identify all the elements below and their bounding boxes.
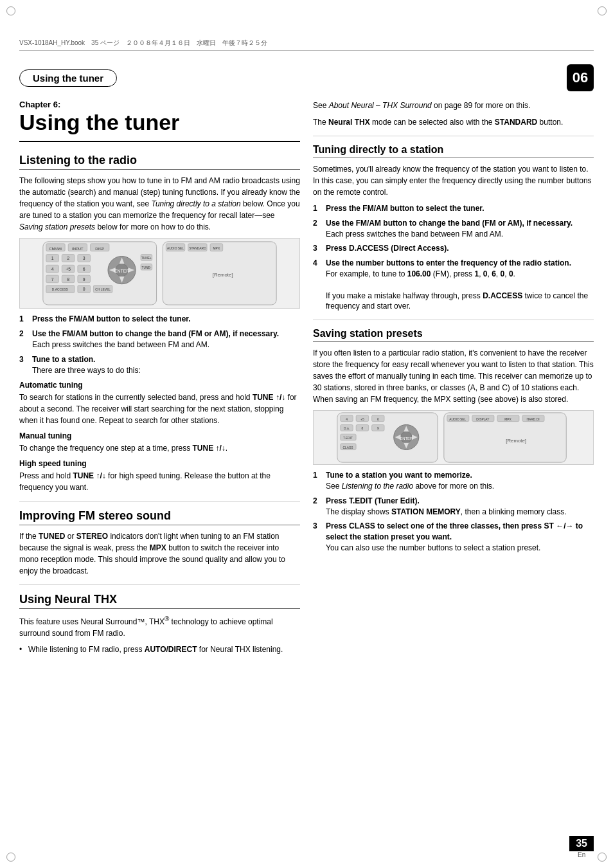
improving-fm-heading: Improving FM stereo sound [19, 509, 300, 525]
page-number: 35 [569, 836, 594, 851]
step-text: Press CLASS to select one of the three c… [326, 521, 594, 553]
filename-text: VSX-1018AH_HY.book 35 ページ ２００８年４月１６日 水曜日… [19, 39, 267, 46]
page-number-box: 35 En [569, 836, 594, 858]
svg-text:8: 8 [362, 427, 364, 430]
right-step-1: 1 Press the FM/AM button to select the t… [313, 203, 594, 214]
step-text: Use the FM/AM button to change the band … [32, 329, 300, 350]
svg-text:D.ACCESS: D.ACCESS [52, 289, 69, 292]
step-number: 3 [19, 354, 30, 376]
remote-image-left: FM/AM INPUT DISP 1 2 3 4 +5 6 7 [19, 238, 300, 309]
neural-thx-text: This feature uses Neural Surround™, THX®… [19, 614, 300, 639]
svg-text:CH LEVEL: CH LEVEL [95, 289, 111, 292]
bullet-dot: • [19, 644, 28, 655]
svg-text:1: 1 [51, 257, 54, 261]
left-step-2: 2 Use the FM/AM button to change the ban… [19, 329, 300, 350]
neural-thx-heading: Using Neural THX [19, 593, 300, 609]
svg-text:9: 9 [377, 427, 379, 430]
svg-text:[Remote]: [Remote] [506, 438, 526, 444]
step-text: Press the FM/AM button to select the tun… [326, 203, 594, 214]
step-number: 3 [313, 521, 323, 553]
svg-text:INPUT: INPUT [72, 247, 84, 251]
svg-text:ENTER: ENTER [400, 437, 413, 440]
divider-1 [19, 501, 300, 502]
svg-text:D.a.: D.a. [344, 427, 350, 430]
svg-text:CLASS: CLASS [342, 446, 353, 449]
svg-text:TUNE-: TUNE- [141, 267, 151, 270]
neural-thx-right-note1: See About Neural – THX Surround on page … [313, 100, 594, 111]
svg-text:4: 4 [346, 418, 348, 421]
chapter-number-badge: 06 [567, 64, 594, 91]
divider-right-2 [313, 320, 594, 320]
corner-decoration-bl [6, 853, 15, 862]
corner-decoration-br [598, 853, 607, 862]
neural-thx-right-note2: The Neural THX mode can be selected also… [313, 116, 594, 128]
step-number: 4 [313, 258, 323, 312]
svg-text:T.EDIT: T.EDIT [343, 437, 353, 440]
svg-text:AUDIO SEL: AUDIO SEL [167, 247, 184, 250]
step-text: Tune to a station.There are three ways t… [32, 354, 300, 376]
tuning-directly-heading: Tuning directly to a station [313, 144, 594, 158]
high-speed-tuning-heading: High speed tuning [19, 459, 300, 468]
step-number: 2 [313, 218, 323, 240]
improving-fm-text: If the TUNED or STEREO indicators don't … [19, 530, 300, 577]
svg-text:6: 6 [83, 267, 85, 271]
right-column: See About Neural – THX Surround on page … [313, 100, 594, 836]
step-number: 3 [313, 243, 323, 254]
save-step-1: 1 Tune to a station you want to memorize… [313, 470, 594, 492]
svg-text:DISP: DISP [95, 247, 104, 251]
saving-presets-heading: Saving station presets [313, 328, 594, 342]
svg-text:AUDIO SEL: AUDIO SEL [449, 418, 466, 421]
save-step-2: 2 Press T.EDIT (Tuner Edit).The display … [313, 496, 594, 518]
svg-text:STANDARD: STANDARD [189, 247, 206, 250]
tuning-directly-text: Sometimes, you'll already know the frequ… [313, 163, 594, 198]
corner-decoration-tr [598, 6, 607, 15]
step-number: 1 [313, 470, 323, 492]
remote-image-right: 4 +5 6 D.a. 8 9 ENTER [313, 410, 594, 465]
step-number: 1 [313, 203, 323, 214]
step-text: Press the FM/AM button to select the tun… [32, 314, 300, 325]
corner-decoration-tl [6, 6, 15, 15]
svg-text:TUNE+: TUNE+ [141, 257, 152, 260]
high-speed-tuning-text: Press and hold TUNE ↑/↓ for high speed t… [19, 470, 300, 493]
chapter-label: Chapter 6: [19, 100, 300, 109]
right-step-2: 2 Use the FM/AM button to change the ban… [313, 218, 594, 240]
main-content: Chapter 6: Using the tuner Listening to … [19, 100, 594, 836]
manual-tuning-text: To change the frequency one step at a ti… [19, 442, 300, 454]
left-column: Chapter 6: Using the tuner Listening to … [19, 100, 300, 836]
listening-section-heading: Listening to the radio [19, 154, 300, 170]
save-step-3: 3 Press CLASS to select one of the three… [313, 521, 594, 553]
left-step-1: 1 Press the FM/AM button to select the t… [19, 314, 300, 325]
svg-text:[Remote]: [Remote] [213, 272, 233, 278]
right-step-4: 4 Use the number buttons to enter the fr… [313, 258, 594, 312]
header-bar: Using the tuner 06 [19, 64, 594, 91]
svg-text:HARD.DI: HARD.DI [526, 418, 539, 421]
step-text: Use the number buttons to enter the freq… [326, 258, 594, 312]
svg-text:MPX: MPX [504, 418, 511, 421]
step-number: 2 [19, 329, 30, 350]
svg-text:0: 0 [83, 287, 85, 292]
svg-text:ENTER: ENTER [114, 269, 129, 273]
svg-text:MPX: MPX [213, 247, 220, 250]
svg-text:DISPLAY: DISPLAY [476, 418, 490, 421]
svg-text:4: 4 [51, 267, 54, 271]
svg-text:2: 2 [67, 257, 69, 261]
manual-tuning-heading: Manual tuning [19, 431, 300, 440]
left-step-3: 3 Tune to a station.There are three ways… [19, 354, 300, 376]
bullet-text: While listening to FM radio, press AUTO/… [28, 644, 283, 655]
auto-tuning-text: To search for stations in the currently … [19, 392, 300, 426]
top-metadata: VSX-1018AH_HY.book 35 ページ ２００８年４月１６日 水曜日… [19, 39, 594, 51]
svg-text:8: 8 [67, 277, 69, 282]
listening-intro: The following steps show you how to tune… [19, 175, 300, 233]
svg-text:9: 9 [83, 277, 85, 282]
step-text: Press D.ACCESS (Direct Access). [326, 243, 594, 254]
svg-text:FM/AM: FM/AM [49, 247, 62, 251]
header-title: Using the tuner [19, 69, 117, 87]
svg-text:6: 6 [377, 418, 379, 421]
svg-text:+5: +5 [360, 418, 364, 421]
auto-tuning-heading: Automatic tuning [19, 381, 300, 390]
chapter-title: Using the tuner [19, 111, 300, 142]
svg-text:+5: +5 [66, 267, 71, 271]
svg-text:7: 7 [51, 277, 54, 282]
step-text: Use the FM/AM button to change the band … [326, 218, 594, 240]
divider-right-1 [313, 136, 594, 136]
